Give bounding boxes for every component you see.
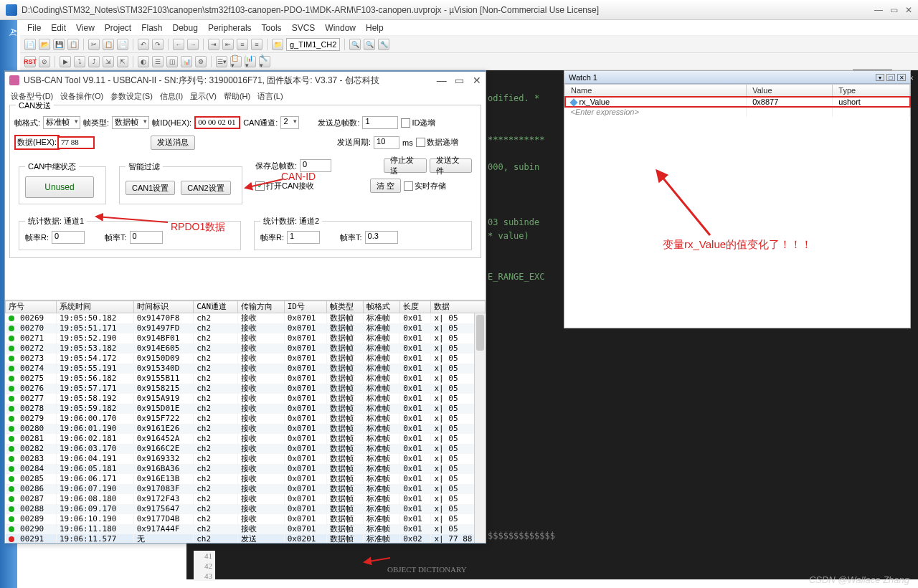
cantool-menubar[interactable]: 设备型号(D)设备操作(O)参数设定(S)信息(I)显示(V)帮助(H)语言(L… <box>5 89 486 103</box>
cantool-icon <box>9 75 19 85</box>
can-row[interactable]: 0027719:05:58.1920x915A919ch2接收0x0701数据帧… <box>6 394 486 404</box>
menu-peripherals[interactable]: Peripherals <box>208 23 252 33</box>
unused-button[interactable]: Unused <box>25 176 94 198</box>
can-row[interactable]: 0027419:05:55.1910x915340Dch2接收0x0701数据帧… <box>6 364 486 374</box>
menu-view[interactable]: View <box>76 23 95 33</box>
code-fragment: odified. * *********** 000, subin 03 sub… <box>488 92 544 298</box>
relay-group: CAN中继状态 Unused <box>19 161 106 204</box>
menu-debug[interactable]: Debug <box>173 23 198 33</box>
can-row[interactable]: 0028419:06:05.1810x916BA36ch2接收0x0701数据帧… <box>6 464 486 474</box>
can-frame-list[interactable]: 序号系统时间时间标识CAN通道传输方向ID号帧类型帧格式长度数据 0026919… <box>5 300 486 543</box>
cantool-titlebar[interactable]: USB-CAN Tool V9.11 - USBCAN-II - SN:序列号:… <box>5 72 486 89</box>
scrollbar[interactable] <box>474 313 486 543</box>
realtime-checkbox[interactable]: 实时存储 <box>404 181 446 191</box>
uvision-title-text: D:\Coding\STM32_Notes\STM32F103\canopen\… <box>22 5 599 15</box>
menu-project[interactable]: Project <box>105 23 131 33</box>
can-row[interactable]: 0028819:06:09.1700x9175647ch2接收0x0701数据帧… <box>6 504 486 514</box>
data-hex-input[interactable]: 77 88 <box>57 136 95 149</box>
window-buttons[interactable]: — ▭ ✕ <box>874 6 912 14</box>
watch-header[interactable]: Watch 1 ▾□✕ <box>564 71 910 84</box>
clear-button[interactable]: 清 空 <box>370 179 401 193</box>
can-row[interactable]: 0027319:05:54.1720x9150D09ch2接收0x0701数据帧… <box>6 354 486 364</box>
watch-row-rx[interactable]: rx_Value 0x8877ushort <box>565 97 910 108</box>
usb-can-tool-window: USB-CAN Tool V9.11 - USBCAN-II - SN:序列号:… <box>4 70 486 544</box>
frame-format-select[interactable]: 标准帧 <box>43 116 80 129</box>
can-row[interactable]: 0027119:05:52.1900x914BF01ch2接收0x0701数据帧… <box>6 333 486 343</box>
can2-settings-button[interactable]: CAN2设置 <box>181 181 230 195</box>
can-row[interactable]: 0028119:06:02.1810x916452Ach2接收0x0701数据帧… <box>6 434 486 444</box>
menu-flash[interactable]: Flash <box>141 23 162 33</box>
can-row[interactable]: 0026919:05:50.1820x91470F8ch2接收0x0701数据帧… <box>6 313 486 324</box>
uvision-toolbar-2[interactable]: RST⊘ ▶⤵⤴⇲⇱ ◐☰◫📊⚙ ☰▾📋▾📊▾🔧▾ <box>20 53 918 70</box>
stats-ch1: 统计数据: 通道1 帧率R:0 帧率T:0 <box>19 216 241 250</box>
watch-enter-expr[interactable]: <Enter expression> <box>565 107 910 117</box>
can-row[interactable]: 0027619:05:57.1710x9158215ch2接收0x0701数据帧… <box>6 384 486 394</box>
id-increment-checkbox[interactable]: ID递增 <box>401 118 435 128</box>
can-row[interactable]: 0028919:06:10.1900x9177D4Bch2接收0x0701数据帧… <box>6 514 486 524</box>
can-row[interactable]: 0028619:06:07.1900x917083Fch2接收0x0701数据帧… <box>6 484 486 494</box>
can-send-group: CAN发送 帧格式: 标准帧 帧类型: 数据帧 帧ID(HEX): 00 00 … <box>9 105 481 258</box>
can-row[interactable]: 0028219:06:03.1700x9166C2Ech2接收0x0701数据帧… <box>6 444 486 454</box>
can-row[interactable]: 0028019:06:01.1900x9161E26ch2接收0x0701数据帧… <box>6 424 486 434</box>
menu-help[interactable]: Help <box>366 23 384 33</box>
can-row[interactable]: 0028719:06:08.1800x9172F43ch2接收0x0701数据帧… <box>6 494 486 504</box>
open-recv-checkbox[interactable]: 打开CAN接收 <box>255 181 314 191</box>
send-button[interactable]: 发送消息 <box>151 136 195 150</box>
can-row[interactable]: 0028519:06:06.1710x916E13Bch2接收0x0701数据帧… <box>6 474 486 484</box>
stats-ch2: 统计数据: 通道2 帧率R:1 帧率T:0.3 <box>254 216 472 250</box>
menu-tools[interactable]: Tools <box>262 23 282 33</box>
can-row[interactable]: 0027219:05:53.1820x914E605ch2接收0x0701数据帧… <box>6 343 486 354</box>
period-input[interactable]: 10 <box>374 136 399 149</box>
can-row[interactable]: 0027919:06:00.1700x915F722ch2接收0x0701数据帧… <box>6 414 486 424</box>
filter-group: 智能过滤 CAN1设置 CAN2设置 <box>119 161 242 204</box>
can-row[interactable]: 0028319:06:04.1910x9169332ch2接收0x0701数据帧… <box>6 454 486 464</box>
can-row[interactable]: 0027019:05:51.1710x91497FDch2接收0x0701数据帧… <box>6 323 486 333</box>
frame-type-select[interactable]: 数据帧 <box>112 116 149 129</box>
menu-edit[interactable]: Edit <box>51 23 66 33</box>
watermark: CSDN @Wallace Zhang <box>809 574 909 585</box>
data-increment-checkbox[interactable]: 数据递增 <box>416 137 458 148</box>
frame-id-input[interactable]: 00 00 02 01 <box>194 116 240 129</box>
send-file-button[interactable]: 发送文件 <box>430 158 472 173</box>
can-row[interactable]: 0027819:05:59.1820x915D01Ech2接收0x0701数据帧… <box>6 404 486 414</box>
can-channel-select[interactable]: 2 <box>280 116 299 129</box>
menu-file[interactable]: File <box>27 23 41 33</box>
uvision-icon <box>6 4 17 16</box>
can-row[interactable]: 0029119:06:11.577无ch2发送0x0201数据帧标准帧0x02x… <box>6 534 486 543</box>
stop-button[interactable]: 停止发送 <box>384 158 426 173</box>
menu-svcs[interactable]: SVCS <box>292 23 316 33</box>
can-row[interactable]: 0027519:05:56.1820x9155B11ch2接收0x0701数据帧… <box>6 374 486 384</box>
can1-settings-button[interactable]: CAN1设置 <box>126 181 175 195</box>
uvision-menubar[interactable]: FileEditViewProjectFlashDebugPeripherals… <box>20 20 918 36</box>
menu-window[interactable]: Window <box>325 23 356 33</box>
watch-panel: Watch 1 ▾□✕ NameValueType rx_Value 0x887… <box>564 70 911 328</box>
total-frames-input[interactable]: 1 <box>362 116 398 129</box>
can-row[interactable]: 0029019:06:11.1800x917A44Fch2接收0x0701数据帧… <box>6 524 486 534</box>
uvision-toolbar-1[interactable]: 📄📂💾📋 ✂📋📄 ↶↷ ←→ ⇥⇤≡≡ 📁g_TIM1_CH2 🔍🔍🔧 <box>20 36 918 53</box>
uvision-titlebar: D:\Coding\STM32_Notes\STM32F103\canopen\… <box>0 0 918 20</box>
